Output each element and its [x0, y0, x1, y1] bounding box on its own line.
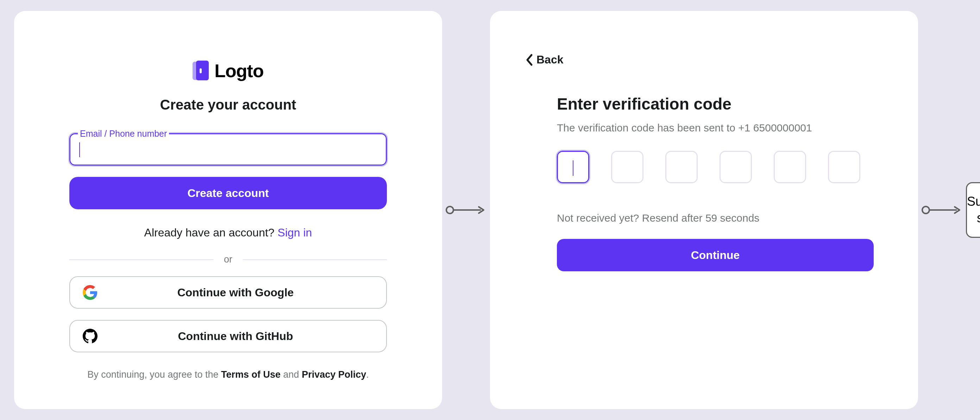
back-label: Back: [536, 53, 563, 66]
success-box: Successful sign-up: [966, 182, 980, 238]
verify-subtitle: The verification code has been sent to +…: [557, 122, 874, 134]
identifier-field-label: Email / Phone number: [78, 129, 169, 139]
continue-button[interactable]: Continue: [557, 239, 874, 271]
back-button[interactable]: Back: [525, 53, 883, 66]
code-digit-4[interactable]: [719, 151, 752, 183]
verify-title: Enter verification code: [557, 94, 874, 113]
chevron-left-icon: [525, 54, 534, 66]
github-button-label: Continue with GitHub: [97, 330, 374, 343]
signin-link[interactable]: Sign in: [278, 226, 312, 239]
resend-text: Not received yet? Resend after 59 second…: [557, 212, 874, 224]
code-digit-6[interactable]: [828, 151, 860, 183]
code-digit-1[interactable]: [557, 151, 589, 183]
svg-rect-1: [196, 61, 209, 80]
signup-title: Create your account: [160, 97, 296, 113]
text-caret: [79, 142, 80, 157]
brand-name: Logto: [215, 60, 263, 81]
signup-card: Logto Create your account Email / Phone …: [14, 11, 442, 409]
create-account-button[interactable]: Create account: [69, 177, 387, 209]
signin-prompt-row: Already have an account? Sign in: [144, 226, 312, 239]
privacy-link[interactable]: Privacy Policy: [302, 369, 366, 380]
code-digit-5[interactable]: [774, 151, 806, 183]
continue-github-button[interactable]: Continue with GitHub: [69, 320, 387, 352]
brand-logo: Logto: [192, 60, 263, 81]
success-label: Successful sign-up: [967, 193, 980, 227]
signin-prompt-text: Already have an account?: [144, 226, 278, 239]
divider-label: or: [224, 254, 232, 265]
svg-rect-2: [200, 69, 202, 73]
google-icon: [83, 285, 97, 300]
code-digit-2[interactable]: [611, 151, 643, 183]
code-input-row: [557, 151, 874, 183]
verify-card: Back Enter verification code The verific…: [490, 11, 918, 409]
terms-link[interactable]: Terms of Use: [221, 369, 280, 380]
svg-point-3: [446, 206, 453, 214]
flow-arrow-1: [445, 205, 487, 215]
code-caret: [573, 160, 573, 176]
flow-arrow-2: [921, 205, 963, 215]
continue-google-button[interactable]: Continue with Google: [69, 276, 387, 309]
github-icon: [83, 329, 97, 343]
svg-point-5: [922, 206, 929, 214]
legal-text: By continuing, you agree to the Terms of…: [87, 369, 369, 380]
logto-logo-icon: [192, 61, 210, 81]
code-digit-3[interactable]: [665, 151, 698, 183]
identifier-field-wrap: Email / Phone number: [69, 133, 387, 166]
google-button-label: Continue with Google: [97, 286, 374, 299]
social-divider: or: [69, 254, 387, 265]
